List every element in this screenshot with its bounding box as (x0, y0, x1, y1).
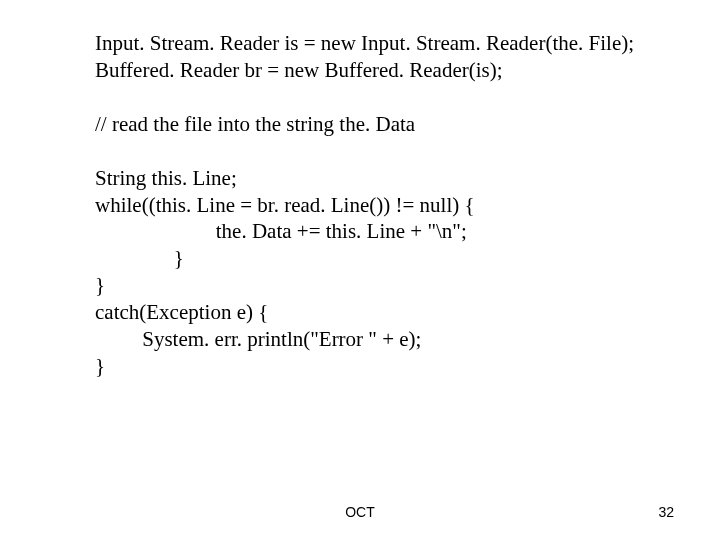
code-line: catch(Exception e) { (95, 299, 680, 326)
footer-label: OCT (345, 504, 375, 520)
code-line: Input. Stream. Reader is = new Input. St… (95, 30, 680, 57)
code-line: the. Data += this. Line + "\n"; (95, 218, 680, 245)
code-line: String this. Line; (95, 165, 680, 192)
code-line: } (95, 272, 680, 299)
page-number: 32 (658, 504, 674, 520)
code-line: } (95, 245, 680, 272)
code-line: Buffered. Reader br = new Buffered. Read… (95, 57, 680, 84)
code-line: } (95, 353, 680, 380)
code-line: System. err. println("Error " + e); (95, 326, 680, 353)
code-block: Input. Stream. Reader is = new Input. St… (0, 0, 720, 380)
code-line: // read the file into the string the. Da… (95, 111, 680, 138)
code-line: while((this. Line = br. read. Line()) !=… (95, 192, 680, 219)
